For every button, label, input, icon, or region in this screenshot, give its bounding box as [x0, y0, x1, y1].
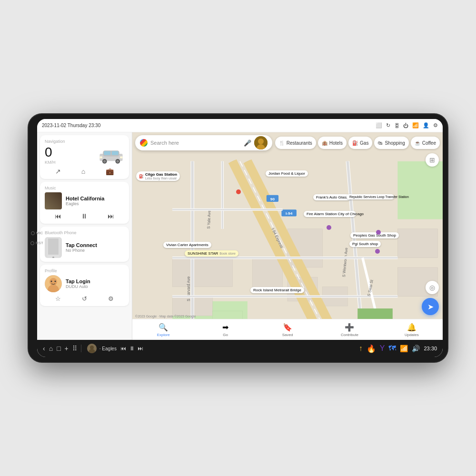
maps-app-icon[interactable]: 🗺	[388, 344, 396, 353]
poi-vivian[interactable]: Vivian Carter Apartments	[163, 242, 211, 248]
back-btn[interactable]: ‹	[43, 345, 45, 352]
bottom-time: 23:30	[424, 346, 437, 351]
screen: 2023-11-02 Thursday 23:30 ⬜ ↻ 🎛 ⏻ 📶 👤 ⚙ …	[37, 119, 443, 357]
track-avatar	[87, 344, 97, 353]
profile-sync-btn[interactable]: ↺	[82, 295, 87, 302]
poi-peoples[interactable]: Peoples Gas South Shop	[350, 232, 399, 238]
add-btn[interactable]: +	[65, 345, 69, 352]
map-area[interactable]: 90 I-94 I-94 Express S Harvard Ave	[132, 132, 443, 340]
status-date: 2023-11-02 Thursday 23:30	[42, 123, 100, 128]
music-pause-btn[interactable]: ⏸	[81, 212, 88, 220]
bt-title: Tap Connect	[66, 242, 124, 248]
bt-label: Bluetooth Phone	[45, 230, 124, 235]
map-compass[interactable]: ◎	[426, 281, 439, 294]
poi-jordan-food[interactable]: Jordan Food & Liquor	[266, 170, 308, 177]
svg-rect-25	[172, 258, 232, 287]
map-nav-saved[interactable]: 🔖 Saved	[257, 323, 318, 337]
map-nav-updates[interactable]: 🔔 Updates	[381, 323, 443, 337]
music-title: Hotel California	[66, 196, 124, 201]
bottom-play-btn[interactable]: ⏸	[129, 345, 135, 352]
user-map-avatar[interactable]	[254, 136, 268, 149]
svg-text:90: 90	[270, 197, 275, 201]
svg-rect-20	[397, 161, 443, 219]
filter-gas[interactable]: ⛽Gas	[348, 137, 372, 149]
map-pin-hospital	[236, 189, 241, 194]
svg-point-7	[117, 160, 119, 163]
poi-sunshine[interactable]: SUNSHINE STAR Book store	[185, 250, 238, 257]
svg-point-5	[103, 160, 106, 163]
wifi-bottom-icon: 📶	[400, 345, 408, 352]
grid-btn[interactable]: ⠿	[72, 345, 77, 352]
svg-point-16	[51, 281, 52, 282]
nav-actions: ↗ ⌂ 💼	[45, 168, 124, 175]
svg-point-17	[55, 281, 56, 282]
svg-point-41	[258, 139, 264, 144]
refresh-icon: ↻	[386, 122, 390, 129]
bt-phone-image	[45, 237, 62, 258]
wifi-status-icon: 📶	[412, 122, 419, 129]
profile-star-btn[interactable]: ☆	[55, 295, 61, 302]
filter-hotels[interactable]: 🏨Hotels	[318, 137, 347, 149]
speed-value: 0	[45, 146, 56, 159]
profile-avatar	[45, 275, 62, 292]
bottom-prev-btn[interactable]: ⏮	[120, 345, 126, 352]
nav-label: Navigation	[45, 139, 124, 144]
yahoo-app-icon[interactable]: Y	[380, 344, 385, 353]
map-nav-explore[interactable]: 🔍 Explore	[132, 323, 194, 337]
poi-franks[interactable]: Frank's Auto Glass	[313, 194, 351, 200]
poi-fire-alarm[interactable]: Fire Alarm Station City of Chicago	[304, 211, 356, 217]
poi-citgo[interactable]: ⛽ Citgo Gas Station Less busy than usual	[136, 171, 180, 181]
rst-button[interactable]: RST	[30, 241, 43, 245]
music-next-btn[interactable]: ⏭	[108, 212, 114, 220]
nav-work-btn[interactable]: 💼	[106, 168, 114, 175]
mic-search-icon[interactable]: 🎤	[244, 139, 251, 147]
location-app-icon[interactable]: ↑	[359, 344, 363, 353]
bottom-next-btn[interactable]: ⏭	[138, 345, 143, 352]
poi-rock-island[interactable]: Rock Island Metrarait Bridge	[250, 287, 304, 293]
bluetooth-widget: Bluetooth Phone Tap Connect No Phone	[40, 227, 129, 262]
svg-point-44	[90, 346, 94, 349]
profile-widget: Profile	[40, 265, 129, 306]
gear-icon: ⚙	[433, 122, 438, 129]
svg-rect-8	[99, 156, 102, 158]
map-pin-purple	[327, 225, 331, 230]
poi-republic[interactable]: Republic Services Loop Transfer Station	[347, 194, 394, 199]
map-layers-btn[interactable]: ⊞	[426, 153, 439, 167]
svg-text:S Yale Ave: S Yale Ave	[207, 210, 212, 228]
map-search-bar: Search here 🎤	[135, 135, 440, 150]
side-buttons: MIC RST	[30, 231, 43, 245]
map-nav-go[interactable]: ➡ Go	[194, 323, 256, 337]
fire-app-icon[interactable]: 🔥	[367, 344, 376, 353]
music-widget: Music Hotel California Eagles ⏮ ⏸ ⏭	[40, 182, 129, 224]
bottom-play-controls: ⏮ ⏸ ⏭	[120, 345, 143, 352]
mic-button[interactable]: MIC	[31, 231, 43, 235]
nav-directions-btn[interactable]: ↗	[55, 168, 61, 175]
poi-pgl[interactable]: Pgl South shop	[349, 241, 381, 247]
svg-rect-9	[120, 156, 123, 158]
music-prev-btn[interactable]: ⏮	[55, 212, 61, 220]
volume-icon[interactable]: 🔊	[412, 345, 420, 352]
nav-home-btn[interactable]: ⌂	[81, 168, 85, 175]
svg-text:I-94: I-94	[286, 212, 293, 216]
map-background: 90 I-94 I-94 Express S Harvard Ave	[132, 132, 443, 340]
bottom-separator	[81, 345, 81, 352]
svg-rect-2	[104, 151, 110, 155]
filter-coffee[interactable]: ☕Coffee	[411, 137, 440, 149]
map-copyright: ©2023 Google · Map data ©2023 Google	[135, 315, 196, 318]
music-thumbnail	[45, 192, 62, 209]
home-btn[interactable]: ⌂	[49, 345, 53, 352]
search-box[interactable]: Search here 🎤	[135, 135, 272, 150]
map-nav-contribute[interactable]: ➕ Contribute	[318, 323, 380, 337]
profile-subtitle: DUDU Auto	[66, 284, 124, 289]
main-content: Navigation 0 KM/H	[37, 132, 443, 340]
map-filter-chips: 🍴Restaurants 🏨Hotels ⛽Gas 🛍Shopping	[275, 137, 440, 149]
recent-apps-btn[interactable]: □	[57, 345, 60, 352]
map-navigation-fab[interactable]: ➤	[422, 298, 439, 315]
track-name: · Eagles	[99, 346, 117, 351]
filter-shopping[interactable]: 🛍Shopping	[374, 137, 408, 149]
profile-settings-btn[interactable]: ⚙	[108, 295, 114, 302]
filter-restaurants[interactable]: 🍴Restaurants	[275, 137, 316, 149]
profile-actions: ☆ ↺ ⚙	[45, 295, 124, 302]
google-logo	[140, 139, 148, 147]
device-frame: MIC RST 2023-11-02 Thursday 23:30 ⬜ ↻ 🎛 …	[29, 114, 447, 362]
